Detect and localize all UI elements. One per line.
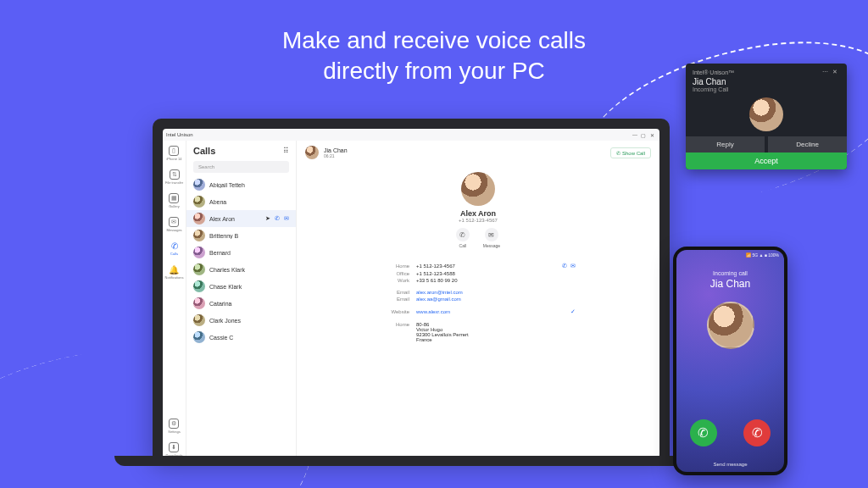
message-icon: ✉: [485, 228, 498, 241]
active-call-avatar: [305, 146, 319, 159]
contact-name: Alex Aron: [460, 209, 496, 218]
call-action[interactable]: ✆Call: [456, 228, 470, 248]
detail-value: +1 512-123-4588: [416, 271, 576, 276]
notif-caller-name: Jia Chan: [693, 77, 840, 86]
detail-label: Home: [381, 322, 409, 327]
phone-device-icon: ▯: [169, 146, 179, 156]
contacts-sidebar: Calls ⠿ Search Abigail Tetteh✆✉Abena✆✉Al…: [186, 141, 297, 458]
nav-notifications[interactable]: 🔔Notifications: [165, 264, 184, 280]
row-message-icon[interactable]: ✉: [570, 263, 576, 269]
phone-decline-button[interactable]: ✆: [743, 419, 771, 446]
laptop-mockup: Intel Unison — ▢ ✕ ▯iPhone 14 ⇅File tran…: [153, 119, 670, 458]
row-call-icon[interactable]: ✆: [562, 263, 567, 269]
gear-icon: ⚙: [169, 419, 179, 429]
contact-name: Alex Aron: [209, 216, 261, 222]
contact-name: Cassie C: [209, 335, 289, 341]
detail-value[interactable]: www.alexr.com: [416, 309, 564, 314]
download-icon: ⬇: [169, 442, 179, 452]
phone-accept-button[interactable]: ✆: [690, 419, 717, 446]
detail-label: Office: [381, 271, 409, 276]
nav-rail: ▯iPhone 14 ⇅File transfer ▦Gallery ✉Mess…: [163, 141, 186, 458]
contact-name: Abigail Tetteh: [209, 182, 289, 188]
contact-row[interactable]: Alex Aron➤✆✉: [186, 210, 296, 227]
phone-mockup: 📶 5G ▲ ■ 100% Incoming call Jia Chan ✆ ✆…: [673, 247, 787, 475]
cursor-icon: ➤: [265, 215, 270, 222]
nav-file-transfer[interactable]: ⇅File transfer: [165, 169, 183, 185]
close-icon[interactable]: ✕: [830, 69, 840, 75]
show-call-button[interactable]: ✆ Show Call: [610, 147, 651, 158]
phone-send-message[interactable]: Send message: [676, 462, 784, 467]
contact-avatar: [461, 172, 495, 206]
contact-row[interactable]: Abena✆✉: [186, 193, 296, 210]
message-action[interactable]: ✉Message: [483, 228, 500, 248]
nav-settings[interactable]: ⚙Settings: [168, 419, 180, 434]
bell-icon: 🔔: [169, 264, 179, 274]
detail-value: +1 512-123-4567: [416, 263, 555, 269]
contact-avatar: [193, 297, 205, 309]
contact-row[interactable]: Chase Klark✆✉: [186, 278, 296, 295]
reply-button[interactable]: Reply: [686, 136, 765, 152]
active-call-timer: 06:21: [324, 153, 348, 158]
transfer-icon: ⇅: [170, 169, 180, 180]
contact-row[interactable]: Cassie C✆✉: [186, 329, 296, 346]
contact-name: Clark Jones: [209, 318, 289, 324]
detail-label: Email: [381, 297, 409, 302]
window-titlebar: Intel Unison — ▢ ✕: [163, 129, 659, 141]
nav-messages[interactable]: ✉Messages: [166, 217, 181, 232]
incoming-call-notification: Intel® Unison™ ⋯ ✕ Jia Chan Incoming Cal…: [686, 64, 847, 169]
contact-row[interactable]: Brittenny B✆✉: [186, 227, 296, 244]
nav-calls[interactable]: ✆Calls: [170, 241, 180, 256]
gallery-icon: ▦: [169, 193, 179, 203]
phone-call-status: Incoming call: [713, 270, 748, 276]
contact-row[interactable]: Bernard✆✉: [186, 244, 296, 261]
phone-caller-name: Jia Chan: [710, 278, 750, 290]
handset-icon: ✆: [456, 228, 470, 241]
contact-name: Chase Klark: [209, 284, 289, 290]
contact-avatar: [193, 213, 205, 225]
contact-row[interactable]: Catarina✆✉: [186, 295, 296, 312]
detail-label: Work: [381, 278, 409, 283]
window-close[interactable]: ✕: [648, 132, 656, 138]
contact-avatar: [193, 179, 205, 191]
phone-status-bar: 📶 5G ▲ ■ 100%: [676, 250, 784, 260]
contact-avatar: [193, 196, 205, 208]
detail-row: Emailalex.aa@gmail.com: [381, 296, 576, 302]
active-call-name: Jia Chan: [324, 147, 348, 153]
window-maximize[interactable]: ▢: [639, 132, 648, 138]
row-call-icon[interactable]: ✆: [275, 215, 280, 222]
handset-icon: ✆: [170, 241, 180, 251]
contact-avatar: [193, 247, 205, 258]
detail-row: Work+33 5 61 80 99 20: [381, 277, 576, 284]
detail-row: Home80-86Victor Hugo92300 Levallois Perr…: [381, 321, 576, 343]
notif-subtitle: Incoming Call: [693, 86, 840, 92]
search-input[interactable]: Search: [193, 161, 289, 173]
dialpad-icon[interactable]: ⠿: [283, 147, 289, 155]
window-minimize[interactable]: —: [631, 132, 639, 137]
nav-phone[interactable]: ▯iPhone 14: [166, 146, 181, 161]
contact-detail-pane: Jia Chan 06:21 ✆ Show Call Alex Aron +1 …: [297, 141, 659, 458]
decline-button[interactable]: Decline: [768, 136, 847, 152]
row-message-icon[interactable]: ✉: [284, 215, 289, 222]
accept-button[interactable]: Accept: [686, 152, 847, 169]
detail-value: +33 5 61 80 99 20: [416, 278, 576, 283]
contact-row[interactable]: Charles Klark✆✉: [186, 261, 296, 278]
window-title: Intel Unison: [166, 132, 193, 137]
detail-value[interactable]: alex.aa@gmail.com: [416, 297, 576, 302]
contact-primary-phone: +1 512-123-4567: [459, 218, 498, 223]
detail-value: 80-86Victor Hugo92300 Levallois PerrertF…: [416, 322, 576, 342]
contact-avatar: [193, 230, 205, 241]
contact-row[interactable]: Abigail Tetteh✆✉: [186, 176, 296, 193]
notif-app-name: Intel® Unison™: [693, 69, 734, 75]
detail-label: Website: [381, 309, 409, 314]
detail-label: Email: [381, 290, 409, 295]
nav-gallery[interactable]: ▦Gallery: [169, 193, 180, 208]
contact-name: Abena: [209, 199, 289, 205]
more-icon[interactable]: ⋯: [820, 69, 830, 75]
contact-avatar: [193, 280, 205, 292]
contact-row[interactable]: Clark Jones✆✉: [186, 312, 296, 329]
calls-heading: Calls: [193, 146, 283, 156]
check-icon: ✓: [570, 308, 576, 315]
detail-value[interactable]: alex.aron@intel.com: [416, 290, 576, 295]
notif-avatar: [749, 97, 783, 131]
contact-name: Charles Klark: [209, 267, 289, 273]
